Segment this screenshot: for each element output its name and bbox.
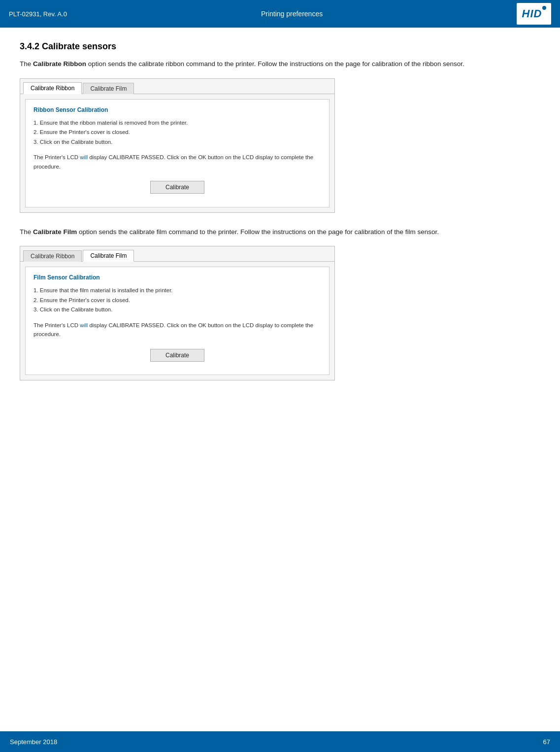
para1-prefix: The [20, 60, 33, 68]
ribbon-tab-calibrate-ribbon[interactable]: Calibrate Ribbon [23, 82, 82, 94]
ribbon-panel-inner: Ribbon Sensor Calibration 1. Ensure that… [25, 99, 329, 207]
section-para1: The Calibrate Ribbon option sends the ca… [20, 59, 540, 69]
main-content: 3.4.2 Calibrate sensors The Calibrate Ri… [0, 28, 560, 731]
ribbon-note-prefix: The Printer's LCD [33, 154, 80, 160]
section-title: 3.4.2 Calibrate sensors [20, 41, 540, 52]
ribbon-instruction-1: 1. Ensure that the ribbon material is re… [33, 118, 321, 128]
doc-id: PLT-02931, Rev. A.0 [9, 10, 67, 18]
film-panel-inner: Film Sensor Calibration 1. Ensure that t… [25, 267, 329, 375]
ribbon-calibrate-btn-row: Calibrate [33, 181, 321, 194]
ribbon-note-highlight: will [80, 154, 88, 160]
film-calibration-panel: Calibrate Ribbon Calibrate Film Film Sen… [20, 246, 335, 380]
ribbon-panel-title: Ribbon Sensor Calibration [33, 106, 321, 113]
footer-date: September 2018 [10, 738, 57, 746]
film-instruction-3: 3. Click on the Calibrate button. [33, 305, 321, 315]
ribbon-tabs-row: Calibrate Ribbon Calibrate Film [20, 79, 334, 94]
ribbon-instruction-2: 2. Ensure the Printer's cover is closed. [33, 128, 321, 137]
film-calibrate-button[interactable]: Calibrate [150, 349, 204, 362]
ribbon-calibration-panel: Calibrate Ribbon Calibrate Film Ribbon S… [20, 78, 335, 213]
hid-logo-text: HID [522, 7, 542, 20]
page-footer: September 2018 67 [0, 731, 560, 752]
film-calibrate-btn-row: Calibrate [33, 349, 321, 362]
ribbon-calibrate-button[interactable]: Calibrate [150, 181, 204, 194]
film-instruction-2: 2. Ensure the Printer's cover is closed. [33, 296, 321, 306]
film-tab-calibrate-ribbon[interactable]: Calibrate Ribbon [23, 250, 82, 262]
hid-logo: HID [517, 3, 551, 25]
ribbon-tab-calibrate-film[interactable]: Calibrate Film [83, 83, 134, 94]
film-tab-calibrate-film[interactable]: Calibrate Film [83, 250, 134, 262]
para1-bold: Calibrate Ribbon [33, 60, 86, 68]
film-instructions: 1. Ensure that the film material is inst… [33, 286, 321, 315]
footer-page: 67 [543, 738, 550, 746]
para1-suffix: option sends the calibrate ribbon comman… [86, 60, 464, 68]
para2-prefix: The [20, 228, 33, 236]
film-note-highlight: will [80, 322, 88, 328]
ribbon-panel-note: The Printer's LCD will display CALIBRATE… [33, 153, 321, 171]
film-panel-title: Film Sensor Calibration [33, 274, 321, 281]
film-note-prefix: The Printer's LCD [33, 322, 80, 328]
ribbon-instructions: 1. Ensure that the ribbon material is re… [33, 118, 321, 147]
page-header: PLT-02931, Rev. A.0 Printing preferences… [0, 0, 560, 28]
hid-logo-circle [542, 6, 546, 10]
film-tabs-row: Calibrate Ribbon Calibrate Film [20, 246, 334, 262]
doc-title: Printing preferences [261, 10, 323, 18]
para2-bold: Calibrate Film [33, 228, 77, 236]
ribbon-instruction-3: 3. Click on the Calibrate button. [33, 137, 321, 147]
film-instruction-1: 1. Ensure that the film material is inst… [33, 286, 321, 296]
section-para2: The Calibrate Film option sends the cali… [20, 227, 540, 238]
para2-suffix: option sends the calibrate film command … [77, 228, 439, 236]
film-panel-note: The Printer's LCD will display CALIBRATE… [33, 321, 321, 339]
